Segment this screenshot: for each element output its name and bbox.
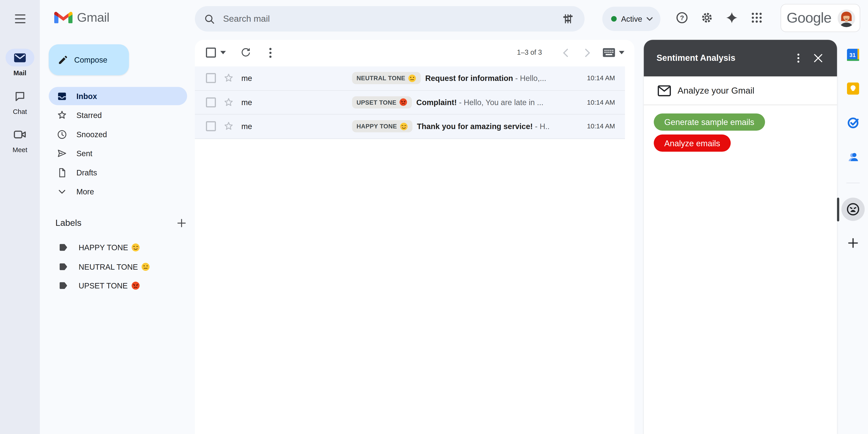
rail-item-mail[interactable]: Mail bbox=[0, 49, 40, 77]
hamburger-icon bbox=[15, 14, 25, 16]
neutral-face-icon bbox=[141, 262, 150, 271]
happy-face-icon bbox=[131, 243, 141, 252]
tune-icon bbox=[562, 13, 574, 25]
keyboard-icon bbox=[603, 48, 615, 57]
search-options-button[interactable] bbox=[557, 8, 579, 30]
email-row[interactable]: me HAPPY TONE Thank you for amazing serv… bbox=[195, 115, 625, 139]
analyze-emails-button[interactable]: Analyze emails bbox=[654, 134, 731, 151]
sidebar-item-snoozed[interactable]: Snoozed bbox=[49, 125, 187, 143]
panel-close-button[interactable] bbox=[808, 48, 828, 68]
calendar-glyph: 31 bbox=[849, 52, 856, 58]
gemini-button[interactable] bbox=[721, 6, 743, 29]
tasks-addon-button[interactable] bbox=[841, 110, 865, 134]
active-addon-indicator bbox=[837, 197, 839, 221]
refresh-icon bbox=[240, 47, 251, 58]
label-item-happy-tone[interactable]: HAPPY TONE bbox=[49, 238, 187, 257]
star-icon[interactable] bbox=[223, 72, 234, 84]
label-text: NEUTRAL TONE bbox=[79, 262, 138, 271]
rail-label-meet: Meet bbox=[12, 146, 27, 154]
select-all-checkbox[interactable] bbox=[206, 48, 216, 58]
labels-title: Labels bbox=[55, 218, 81, 228]
refresh-button[interactable] bbox=[235, 41, 257, 64]
avatar[interactable] bbox=[837, 9, 855, 27]
sidebar-item-sent[interactable]: Sent bbox=[49, 144, 187, 162]
panel-menu-button[interactable] bbox=[788, 48, 808, 68]
label-tag-icon bbox=[58, 261, 69, 272]
google-account-chip[interactable]: Google bbox=[780, 4, 860, 32]
settings-button[interactable] bbox=[696, 6, 718, 29]
email-time: 10:14 AM bbox=[587, 123, 615, 130]
draft-file-icon bbox=[57, 167, 68, 178]
main-menu-button[interactable] bbox=[9, 8, 31, 30]
sidebar-label-drafts: Drafts bbox=[76, 168, 97, 177]
row-checkbox[interactable] bbox=[206, 121, 216, 131]
gmail-logo[interactable]: Gmail bbox=[54, 10, 110, 25]
status-label: Active bbox=[621, 14, 642, 23]
calendar-addon-button[interactable]: 31 bbox=[841, 43, 865, 67]
generate-sample-emails-button[interactable]: Generate sample emails bbox=[654, 114, 765, 131]
help-icon: ? bbox=[675, 11, 689, 24]
email-snippet: - H.. bbox=[535, 122, 550, 131]
keep-addon-button[interactable] bbox=[841, 76, 865, 101]
clock-icon bbox=[57, 129, 68, 140]
tone-chip: UPSET TONE bbox=[352, 96, 412, 108]
compose-button[interactable]: Compose bbox=[49, 44, 129, 75]
newer-page-button[interactable] bbox=[554, 41, 576, 64]
tasks-icon bbox=[847, 116, 860, 129]
status-selector[interactable]: Active bbox=[602, 6, 660, 31]
sidebar-item-inbox[interactable]: Inbox bbox=[49, 87, 187, 105]
sidebar-item-starred[interactable]: Starred bbox=[49, 106, 187, 124]
star-icon[interactable] bbox=[223, 97, 234, 108]
help-glyph: ? bbox=[680, 14, 684, 22]
video-camera-icon bbox=[13, 128, 27, 141]
three-dot-vertical-icon bbox=[797, 53, 800, 63]
sidebar-item-drafts[interactable]: Drafts bbox=[49, 163, 187, 182]
more-options-button[interactable] bbox=[259, 41, 281, 64]
help-button[interactable]: ? bbox=[671, 6, 693, 29]
row-checkbox[interactable] bbox=[206, 97, 216, 107]
input-tools-button[interactable] bbox=[603, 48, 625, 57]
sentiment-addon-button[interactable] bbox=[841, 197, 865, 221]
label-item-upset-tone[interactable]: UPSET TONE bbox=[49, 276, 187, 295]
google-apps-button[interactable] bbox=[746, 6, 768, 29]
pencil-icon bbox=[58, 54, 69, 65]
keep-icon bbox=[847, 83, 859, 95]
email-sender: me bbox=[241, 122, 352, 131]
keyboard-dropdown-caret bbox=[619, 51, 624, 54]
sidebar-item-more[interactable]: More bbox=[49, 182, 187, 201]
search-input[interactable] bbox=[222, 13, 557, 24]
mail-icon bbox=[14, 53, 26, 62]
email-row[interactable]: me UPSET TONE Complaint! - Hello, You ar… bbox=[195, 90, 625, 115]
meet-pill bbox=[5, 126, 34, 143]
email-subject: Request for information bbox=[425, 74, 513, 83]
contacts-addon-button[interactable] bbox=[841, 144, 865, 168]
email-snippet: - Hello,... bbox=[515, 74, 546, 83]
row-checkbox[interactable] bbox=[206, 73, 216, 83]
email-time: 10:14 AM bbox=[587, 74, 615, 82]
neutral-face-icon bbox=[408, 74, 416, 83]
rail-item-chat[interactable]: Chat bbox=[0, 88, 40, 116]
sidebar-label-starred: Starred bbox=[76, 111, 102, 120]
label-item-neutral-tone[interactable]: NEUTRAL TONE bbox=[49, 257, 187, 276]
get-addons-button[interactable] bbox=[841, 231, 865, 255]
email-sender: me bbox=[241, 98, 352, 107]
topbar-icons: ? bbox=[671, 6, 768, 29]
generate-button-label: Generate sample emails bbox=[664, 117, 754, 127]
star-icon[interactable] bbox=[223, 121, 234, 132]
add-label-button[interactable] bbox=[176, 217, 187, 228]
older-page-button[interactable] bbox=[576, 41, 598, 64]
gear-icon bbox=[700, 11, 714, 24]
chevron-down-icon bbox=[57, 186, 68, 197]
angry-face-icon bbox=[399, 98, 408, 106]
chevron-left-icon bbox=[563, 49, 567, 57]
rail-item-meet[interactable]: Meet bbox=[0, 126, 40, 154]
select-dropdown-caret[interactable] bbox=[220, 51, 226, 54]
tone-chip-text: HAPPY TONE bbox=[356, 123, 397, 129]
analyze-gmail-label: Analyze your Gmail bbox=[678, 86, 754, 95]
star-icon bbox=[57, 110, 68, 121]
analyze-gmail-row: Analyze your Gmail bbox=[644, 76, 837, 105]
search-bar[interactable] bbox=[195, 6, 585, 32]
label-tag-icon bbox=[58, 280, 69, 291]
tone-chip-text: UPSET TONE bbox=[356, 99, 397, 105]
email-row[interactable]: me NEUTRAL TONE Request for information … bbox=[195, 66, 625, 91]
